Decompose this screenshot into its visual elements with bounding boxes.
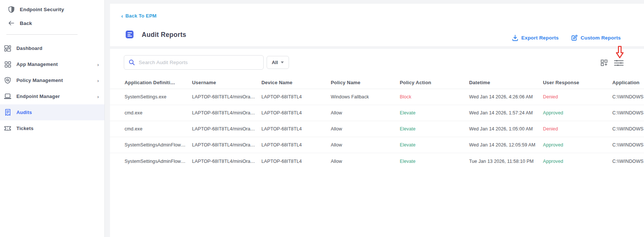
sidebar-item-policy-management[interactable]: Policy Management › bbox=[0, 72, 104, 88]
cell-username: LAPTOP-68IT8TL4/miniOra… bbox=[192, 110, 261, 116]
caret-down-icon bbox=[281, 61, 284, 63]
search-box bbox=[124, 55, 264, 70]
column-header-application-definition[interactable]: Application Definiti… bbox=[125, 80, 192, 85]
cell-policy-name: Allow bbox=[331, 110, 400, 116]
cell-username: LAPTOP-68IT8TL4/miniOra… bbox=[192, 159, 261, 164]
cell-application-path: C:\\WINDOWS bbox=[612, 110, 644, 116]
page-title: Audit Reports bbox=[142, 31, 186, 39]
sidebar-item-tickets[interactable]: Tickets bbox=[0, 120, 104, 136]
filter-dropdown[interactable]: All bbox=[267, 56, 289, 69]
download-icon bbox=[512, 35, 518, 41]
sidebar-back-label: Back bbox=[20, 20, 32, 26]
page-header: ‹ Back To EPM Audit Reports Export Repor… bbox=[110, 4, 644, 46]
cell-user-response: Approved bbox=[543, 142, 612, 148]
sidebar-back-button[interactable]: Back bbox=[8, 19, 32, 28]
sidebar-item-app-management[interactable]: App Management › bbox=[0, 56, 104, 72]
cell-application-path: C:\\WINDOWS bbox=[612, 94, 644, 99]
chevron-right-icon: › bbox=[97, 61, 99, 67]
grid-plus-icon bbox=[600, 59, 608, 66]
cell-username: LAPTOP-68IT8TL4/miniOra… bbox=[192, 94, 261, 99]
table-row[interactable]: SystemSettingsAdminFlow… LAPTOP-68IT8TL4… bbox=[110, 153, 644, 169]
cell-application-path: C:\\WINDOWS bbox=[612, 126, 644, 132]
filter-button[interactable] bbox=[614, 59, 624, 67]
column-header-username[interactable]: Username bbox=[192, 80, 261, 85]
cell-device-name: LAPTOP-68IT8TL4 bbox=[261, 159, 331, 164]
custom-reports-button[interactable]: Custom Reports bbox=[571, 35, 621, 41]
cell-user-response: Approved bbox=[543, 159, 612, 164]
cell-datetime: Tue Jan 13 2026, 11:58:10 PM bbox=[469, 159, 543, 164]
sidebar-nav: Dashboard App Management › bbox=[0, 40, 104, 136]
column-header-application[interactable]: Application bbox=[612, 80, 644, 85]
sidebar-header-endpoint-security[interactable]: Endpoint Security bbox=[8, 5, 64, 14]
annotation-arrow-icon bbox=[616, 46, 624, 59]
sidebar-item-audits[interactable]: Audits bbox=[0, 104, 104, 120]
filter-dropdown-value: All bbox=[272, 60, 278, 65]
back-to-epm-link[interactable]: ‹ Back To EPM bbox=[121, 13, 157, 19]
table-row[interactable]: cmd.exe LAPTOP-68IT8TL4/miniOra… LAPTOP-… bbox=[110, 105, 644, 121]
audit-reports-table: Application Definiti… Username Device Na… bbox=[110, 76, 644, 169]
sidebar-item-label: Endpoint Manager bbox=[16, 94, 60, 99]
sidebar: Endpoint Security Back Dashboard bbox=[0, 0, 105, 237]
sliders-icon bbox=[614, 59, 624, 67]
tickets-icon bbox=[4, 126, 11, 131]
chevron-right-icon: › bbox=[97, 78, 99, 83]
cell-policy-action: Elevate bbox=[400, 159, 469, 164]
cell-policy-name: Windows Fallback bbox=[331, 94, 400, 99]
cell-application-definition: SystemSettingsAdminFlow… bbox=[125, 142, 192, 148]
export-reports-label: Export Reports bbox=[521, 35, 559, 41]
cell-application-path: C:\\WINDOWS bbox=[612, 159, 644, 164]
cell-username: LAPTOP-68IT8TL4/miniOra… bbox=[192, 142, 261, 148]
cell-application-definition: cmd.exe bbox=[125, 110, 192, 116]
audit-reports-icon bbox=[126, 31, 133, 38]
cell-datetime: Wed Jan 14 2026, 12:05:59 AM bbox=[469, 142, 543, 148]
sidebar-item-dashboard[interactable]: Dashboard bbox=[0, 40, 104, 56]
sidebar-item-label: Policy Management bbox=[16, 78, 63, 83]
policy-management-icon bbox=[4, 77, 11, 84]
column-header-device-name[interactable]: Device Name bbox=[261, 80, 331, 85]
table-row[interactable]: SystemSettings.exe LAPTOP-68IT8TL4/miniO… bbox=[110, 89, 644, 105]
cell-device-name: LAPTOP-68IT8TL4 bbox=[261, 142, 331, 148]
arrow-left-icon bbox=[8, 20, 15, 26]
cell-application-definition: SystemSettings.exe bbox=[125, 94, 192, 99]
cell-policy-action: Elevate bbox=[400, 126, 469, 132]
cell-application-definition: cmd.exe bbox=[125, 126, 192, 132]
search-input[interactable] bbox=[139, 60, 259, 65]
column-header-policy-action[interactable]: Policy Action bbox=[400, 80, 469, 85]
chevron-left-icon: ‹ bbox=[121, 13, 123, 18]
cell-policy-action: Elevate bbox=[400, 142, 469, 148]
sidebar-item-label: Dashboard bbox=[16, 45, 43, 51]
cell-application-path: C:\\WINDOWS bbox=[612, 142, 644, 148]
column-settings-button[interactable] bbox=[600, 59, 608, 66]
cell-user-response: Denied bbox=[543, 126, 612, 132]
cell-policy-name: Allow bbox=[331, 159, 400, 164]
search-icon bbox=[129, 59, 135, 66]
column-header-user-response[interactable]: User Response bbox=[543, 80, 612, 85]
custom-reports-label: Custom Reports bbox=[581, 35, 621, 41]
cell-policy-action: Elevate bbox=[400, 110, 469, 116]
sidebar-item-label: App Management bbox=[16, 61, 58, 67]
table-header-row: Application Definiti… Username Device Na… bbox=[110, 76, 644, 89]
sidebar-item-label: Tickets bbox=[16, 126, 34, 131]
app-management-icon bbox=[4, 61, 11, 68]
cell-device-name: LAPTOP-68IT8TL4 bbox=[261, 94, 331, 99]
sidebar-item-endpoint-manager[interactable]: Endpoint Manager › bbox=[0, 88, 104, 104]
table-body: SystemSettings.exe LAPTOP-68IT8TL4/miniO… bbox=[110, 89, 644, 169]
audits-icon bbox=[4, 109, 11, 116]
export-reports-button[interactable]: Export Reports bbox=[512, 35, 559, 41]
cell-device-name: LAPTOP-68IT8TL4 bbox=[261, 126, 331, 132]
cell-policy-name: Allow bbox=[331, 126, 400, 132]
table-row[interactable]: SystemSettingsAdminFlow… LAPTOP-68IT8TL4… bbox=[110, 137, 644, 153]
sidebar-item-label: Audits bbox=[16, 110, 32, 115]
cell-policy-action: Block bbox=[400, 94, 469, 99]
sidebar-header-label: Endpoint Security bbox=[20, 7, 64, 12]
cell-datetime: Wed Jan 14 2026, 4:26:06 AM bbox=[469, 94, 543, 99]
column-header-datetime[interactable]: Datetime bbox=[469, 80, 543, 85]
column-header-policy-name[interactable]: Policy Name bbox=[331, 80, 400, 85]
sidebar-divider bbox=[6, 34, 78, 35]
endpoint-manager-icon bbox=[4, 93, 11, 99]
table-row[interactable]: cmd.exe LAPTOP-68IT8TL4/miniOra… LAPTOP-… bbox=[110, 121, 644, 137]
cell-user-response: Denied bbox=[543, 94, 612, 99]
audit-reports-panel: All Application Definiti… Username bbox=[110, 49, 644, 237]
cell-username: LAPTOP-68IT8TL4/miniOra… bbox=[192, 126, 261, 132]
cell-datetime: Wed Jan 14 2026, 1:57:24 AM bbox=[469, 110, 543, 116]
